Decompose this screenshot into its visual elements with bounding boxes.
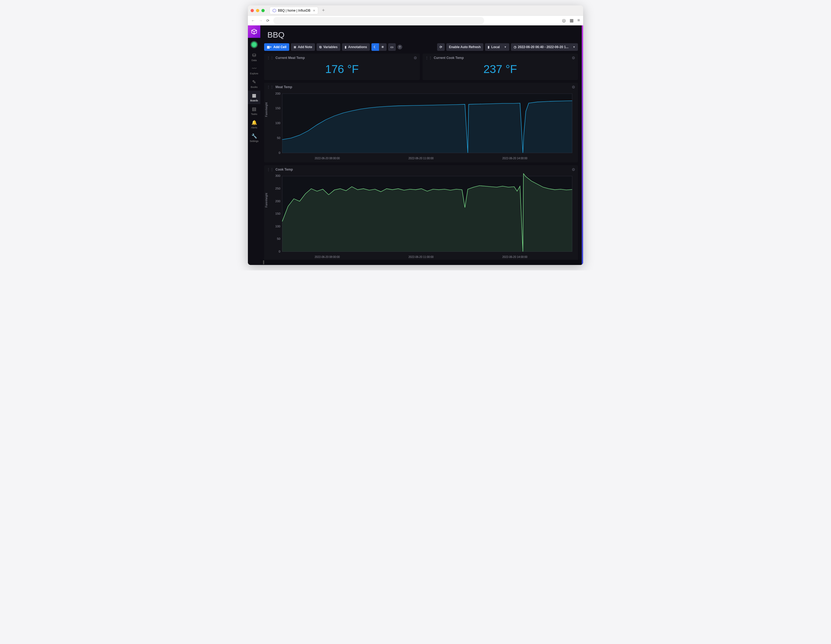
light-mode-button[interactable]: ☀ (379, 43, 387, 51)
drag-handle-icon[interactable]: ⋮⋮ (267, 56, 274, 60)
new-tab-button[interactable]: + (320, 8, 326, 13)
chart-area: Farenheight 050100150200 (267, 91, 575, 156)
cube-logo-icon (251, 29, 257, 35)
drag-handle-icon[interactable]: ⋮⋮ (425, 56, 432, 60)
nav-label: Books (251, 86, 257, 88)
svg-text:100: 100 (275, 122, 280, 124)
svg-text:150: 150 (275, 212, 280, 215)
refresh-button[interactable]: ⟳ (437, 43, 445, 51)
svg-text:200: 200 (275, 199, 280, 202)
timezone-dropdown[interactable]: ▮Local▼ (485, 43, 509, 51)
stat-title: Current Cook Temp (434, 56, 464, 60)
sidenav-item-alerts[interactable]: 🔔Alerts (248, 118, 260, 131)
x-tick-label: 2022-06-20 08:00:00 (315, 157, 340, 160)
annotations-button[interactable]: ▮Annotations (342, 43, 370, 51)
sidenav-item-books[interactable]: ✎Books (248, 77, 260, 91)
add-note-label: Add Note (298, 45, 312, 49)
close-window-icon[interactable] (251, 9, 254, 12)
svg-marker-0 (273, 9, 276, 12)
browser-tab[interactable]: BBQ | home | InfluxDB × (269, 7, 318, 14)
back-button[interactable]: ← (251, 18, 255, 23)
app-footer: ▌ (260, 260, 582, 265)
apps-grid-icon[interactable]: ▦ (570, 18, 574, 23)
page-title: BBQ (267, 30, 575, 40)
stat-cell-meat: ⋮⋮Current Meat Temp⚙ 176 °F (264, 54, 420, 80)
presentation-mode-button[interactable]: ▭ (388, 43, 396, 51)
forward-button[interactable]: → (259, 18, 263, 23)
cell-settings-button[interactable]: ⚙ (572, 85, 575, 89)
dark-mode-button[interactable]: ☾ (371, 43, 379, 51)
x-tick-label: 2022-06-20 08:00:00 (315, 255, 340, 258)
user-avatar[interactable] (248, 39, 260, 50)
refresh-icon: ⟳ (439, 45, 442, 49)
chart-title: Cook Temp (275, 167, 293, 171)
help-button[interactable]: ? (397, 45, 402, 49)
close-tab-icon[interactable]: × (313, 8, 315, 13)
graph-icon: 〰 (252, 66, 256, 72)
cell-settings-button[interactable]: ⚙ (572, 167, 575, 172)
sidenav-item-settings[interactable]: 🔧Settings (248, 131, 260, 145)
moon-icon: ☾ (374, 45, 377, 49)
timerange-label: 2022-06-20 06:40 - 2022-06-20 1... (518, 45, 568, 49)
maximize-window-icon[interactable] (261, 9, 265, 12)
sidenav-item-boards[interactable]: ▦Boards (248, 91, 260, 104)
chart-area: Farenheight 050100150200250300 (267, 173, 575, 254)
sun-icon: ☀ (381, 45, 384, 49)
footer-icon[interactable]: ▌ (263, 260, 266, 264)
sidenav-item-data[interactable]: ⛁Data (248, 50, 260, 64)
cell-settings-button[interactable]: ⚙ (572, 56, 575, 60)
svg-text:0: 0 (279, 151, 280, 154)
extension-icon[interactable]: ◎ (562, 18, 566, 23)
drag-handle-icon[interactable]: ⋮⋮ (267, 85, 274, 89)
x-tick-label: 2022-06-20 14:00:00 (502, 255, 527, 258)
cell-settings-button[interactable]: ⚙ (414, 56, 417, 60)
svg-text:300: 300 (275, 174, 280, 177)
calendar-icon: ▤ (252, 106, 256, 112)
sidenav-item-explore[interactable]: 〰Explore (248, 64, 260, 77)
chart-cell-cook: ⋮⋮Cook Temp⚙ Farenheight 050100150200250… (264, 165, 578, 260)
auto-refresh-button[interactable]: Enable Auto Refresh (446, 43, 484, 51)
app-root: ⛁Data〰Explore✎Books▦Boards▤Tasks🔔Alerts🔧… (248, 26, 583, 265)
drag-handle-icon[interactable]: ⋮⋮ (267, 167, 274, 171)
titlebar: BBQ | home | InfluxDB × + (248, 5, 583, 16)
chart-svg: 050100150200250300 (267, 173, 575, 254)
svg-text:200: 200 (275, 92, 280, 95)
avatar-icon (250, 41, 258, 48)
bell-icon: 🔔 (252, 120, 257, 126)
stat-title: Current Meat Temp (275, 56, 305, 60)
svg-text:250: 250 (275, 187, 280, 190)
svg-text:0: 0 (279, 250, 280, 253)
nav-label: Tasks (251, 113, 257, 115)
dashboard-cells: ⋮⋮Current Meat Temp⚙ 176 °F ⋮⋮Current Co… (260, 54, 582, 260)
side-nav: ⛁Data〰Explore✎Books▦Boards▤Tasks🔔Alerts🔧… (248, 26, 260, 265)
variables-button[interactable]: ⧉Variables (317, 43, 340, 51)
nav-label: Settings (250, 140, 259, 142)
variables-label: Variables (323, 45, 337, 49)
sidenav-item-tasks[interactable]: ▤Tasks (248, 104, 260, 118)
svg-text:50: 50 (277, 136, 280, 139)
chart-title: Meat Temp (275, 85, 292, 89)
menu-icon[interactable]: ≡ (578, 18, 580, 23)
flag-icon: ▮ (345, 45, 347, 49)
flag-icon: ▮ (488, 45, 490, 49)
scrollbar[interactable] (582, 26, 583, 265)
timerange-dropdown[interactable]: ◷2022-06-20 06:40 - 2022-06-20 1...▼ (511, 43, 578, 51)
page-header: BBQ (260, 26, 582, 42)
svg-text:50: 50 (277, 238, 280, 240)
cube-icon: ⧉ (319, 45, 322, 49)
stat-value: 176 °F (267, 60, 417, 77)
auto-refresh-label: Enable Auto Refresh (449, 45, 481, 49)
add-note-button[interactable]: ≣Add Note (291, 43, 315, 51)
app-logo[interactable] (248, 26, 260, 38)
x-tick-label: 2022-06-20 11:00:00 (409, 255, 434, 258)
y-axis-label: Farenheight (265, 193, 268, 207)
toolbar: ▦+Add Cell ≣Add Note ⧉Variables ▮Annotat… (260, 42, 582, 54)
x-tick-label: 2022-06-20 14:00:00 (502, 157, 527, 160)
nav-label: Explore (250, 72, 258, 75)
reload-button[interactable]: ⟳ (266, 18, 269, 23)
minimize-window-icon[interactable] (256, 9, 259, 12)
url-input[interactable] (273, 17, 484, 24)
add-cell-button[interactable]: ▦+Add Cell (264, 43, 289, 51)
address-bar: ← → ⟳ ◎ ▦ ≡ (248, 16, 583, 26)
y-axis-label: Farenheight (265, 102, 268, 117)
